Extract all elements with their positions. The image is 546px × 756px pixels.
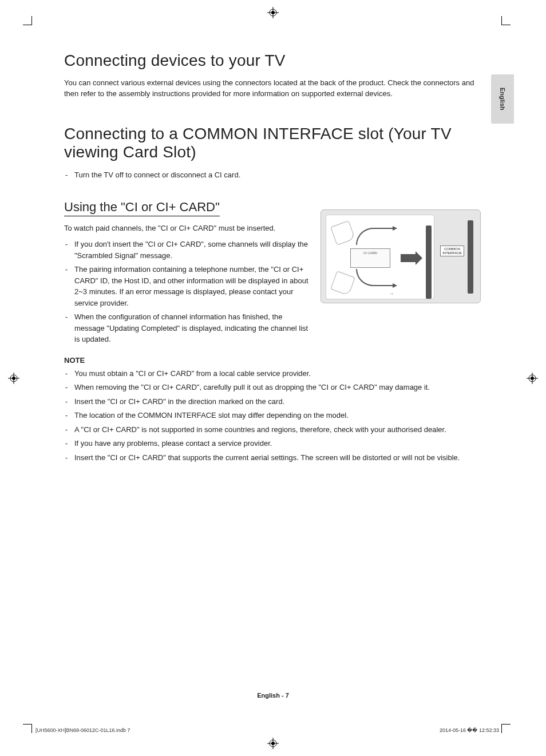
arrow-curve-icon	[356, 228, 396, 245]
ci-intro-list: Turn the TV off to connect or disconnect…	[64, 169, 481, 181]
ci-card-graphic: CI CARD →	[350, 248, 390, 268]
intro-paragraph: You can connect various external devices…	[64, 78, 481, 100]
page-footer: English - 7	[0, 692, 546, 699]
ci-card-label: CI CARD	[363, 251, 378, 255]
language-tab: English	[491, 74, 514, 124]
ci-usage-list: If you don't insert the "CI or CI+ CARD"…	[64, 239, 310, 345]
hand-icon	[330, 220, 355, 246]
list-item: When the configuration of channel inform…	[74, 311, 310, 345]
list-item: Insert the "CI or CI+ CARD" in the direc…	[74, 396, 481, 407]
slot-graphic	[468, 220, 473, 294]
crop-mark	[501, 16, 511, 25]
slot-graphic	[426, 225, 432, 299]
list-item: You must obtain a "CI or CI+ CARD" from …	[74, 368, 481, 379]
subheading-using-ci-card: Using the "CI or CI+ CARD"	[64, 200, 220, 216]
list-item: Turn the TV off to connect or disconnect…	[74, 169, 481, 181]
note-heading: NOTE	[64, 356, 481, 365]
hand-icon	[330, 271, 355, 296]
crop-mark	[23, 16, 32, 25]
list-item: The pairing information containing a tel…	[74, 264, 310, 308]
page-content: Connecting devices to your TV You can co…	[64, 52, 481, 466]
registration-mark-icon	[527, 373, 538, 384]
arrow-right-icon: →	[389, 290, 394, 296]
list-item: When removing the "CI or CI+ CARD", care…	[74, 382, 481, 393]
list-item: If you don't insert the "CI or CI+ CARD"…	[74, 239, 310, 261]
note-list: You must obtain a "CI or CI+ CARD" from …	[64, 368, 481, 464]
registration-mark-icon	[8, 373, 19, 384]
print-filename: [UH5600-XH]BN68-06012C-01L16.indb 7	[35, 727, 130, 733]
list-item: The location of the COMMON INTERFACE slo…	[74, 410, 481, 421]
diagram-panel: CI CARD →	[326, 215, 434, 299]
common-interface-label: COMMON INTERFACE	[440, 246, 464, 256]
heading-common-interface: Connecting to a COMMON INTERFACE slot (Y…	[64, 125, 481, 161]
crop-mark	[23, 724, 32, 733]
list-item: A "CI or CI+ CARD" is not supported in s…	[74, 424, 481, 436]
crop-mark	[501, 724, 511, 733]
ci-intro-text: To watch paid channels, the "CI or CI+ C…	[64, 223, 310, 234]
registration-mark-icon	[267, 7, 279, 18]
list-item: Insert the "CI or CI+ CARD" that support…	[74, 452, 481, 464]
arrow-curve-icon	[356, 269, 396, 286]
print-timestamp: 2014-05-16 �� 12:52:33	[440, 727, 499, 733]
language-tab-label: English	[499, 88, 506, 110]
list-item: If you have any problems, please contact…	[74, 438, 481, 449]
ci-card-diagram: CI CARD → COMMON INTERFACE	[321, 209, 481, 303]
arrow-right-icon	[401, 254, 416, 262]
registration-mark-icon	[267, 738, 279, 749]
heading-connecting-devices: Connecting devices to your TV	[64, 52, 481, 70]
